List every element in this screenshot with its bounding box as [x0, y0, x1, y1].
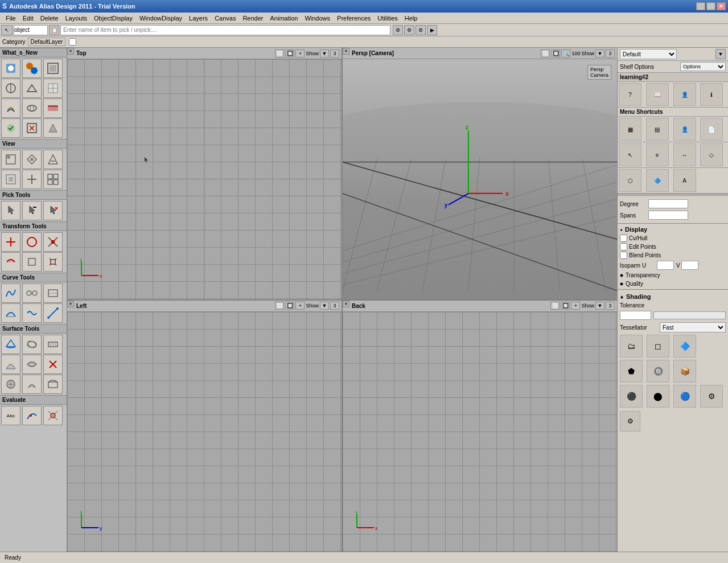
- tool-btn[interactable]: [22, 59, 42, 78]
- tool-btn[interactable]: [22, 150, 42, 169]
- shelf-icon-cursor[interactable]: ↖: [619, 143, 641, 166]
- tool-btn[interactable]: [43, 283, 63, 303]
- edit-points-checkbox[interactable]: [620, 243, 627, 250]
- menu-canvas[interactable]: Canvas: [211, 14, 239, 23]
- tool-btn[interactable]: [22, 335, 42, 354]
- tool-btn[interactable]: [43, 252, 63, 272]
- isoparm-u-input[interactable]: [657, 261, 674, 270]
- shading-icon-7[interactable]: ⚫: [620, 385, 643, 408]
- menu-animation[interactable]: Animation: [267, 14, 302, 23]
- zoom-in-button-persp[interactable]: 🔍: [561, 50, 570, 57]
- tool-btn[interactable]: [1, 98, 20, 118]
- section-header-whats-new[interactable]: What_s_New: [0, 48, 67, 57]
- degree-input[interactable]: [648, 199, 688, 208]
- shelf-icon-text[interactable]: A: [673, 169, 696, 192]
- zoom-fit-button[interactable]: ⬜: [275, 50, 284, 57]
- menu-file[interactable]: File: [2, 14, 19, 23]
- tool-btn[interactable]: [22, 98, 42, 118]
- tool-btn[interactable]: [1, 335, 20, 354]
- right-icon-1[interactable]: ▼: [715, 49, 726, 59]
- tool-btn[interactable]: [22, 303, 42, 323]
- tool-btn[interactable]: [1, 283, 20, 303]
- tool-btn[interactable]: [22, 406, 42, 425]
- zoom-in-button-left[interactable]: +: [295, 302, 305, 310]
- tool-btn[interactable]: [22, 170, 42, 189]
- menu-layouts[interactable]: Layouts: [62, 14, 91, 23]
- show-button-persp[interactable]: ▼: [595, 50, 604, 57]
- shading-icon-3[interactable]: 🔷: [673, 335, 696, 357]
- zoom-fit-button-left[interactable]: ⬜: [275, 302, 284, 310]
- zoom-in-button-back[interactable]: +: [571, 302, 580, 310]
- shelf-icon-cube[interactable]: ⬡: [619, 169, 641, 192]
- tool-btn[interactable]: [22, 232, 42, 252]
- section-header-surface-tools[interactable]: Surface Tools: [0, 324, 67, 334]
- tool-btn[interactable]: [1, 355, 20, 374]
- shelf-icon-transform[interactable]: ↔: [673, 143, 696, 166]
- zoom-fit-button-persp[interactable]: ⬜: [541, 50, 550, 57]
- zoom-fit-button-back[interactable]: ⬜: [550, 302, 560, 310]
- pick-input[interactable]: [60, 25, 390, 35]
- tool-btn[interactable]: [1, 170, 20, 189]
- tool-btn[interactable]: [43, 375, 63, 394]
- cv-hull-checkbox[interactable]: [620, 235, 627, 242]
- section-header-view[interactable]: View: [0, 139, 67, 149]
- menu-preferences[interactable]: Preferences: [334, 14, 374, 23]
- tool-btn[interactable]: [43, 170, 63, 189]
- toolbar-icon-2[interactable]: ⚙: [404, 25, 414, 35]
- tessellator-select[interactable]: Fast Fine Custom: [660, 322, 726, 332]
- viewport-close-back[interactable]: ✕: [343, 301, 349, 307]
- default-select[interactable]: Default: [620, 49, 677, 59]
- viewport-num-persp[interactable]: 3: [606, 50, 615, 57]
- section-header-pick-tools[interactable]: Pick Tools: [0, 190, 67, 200]
- shading-icon-5[interactable]: 🔘: [647, 360, 669, 383]
- layer-box[interactable]: DefaultLayer: [28, 38, 66, 46]
- viewport-top-body[interactable]: x z: [67, 59, 342, 299]
- viewport-left[interactable]: ✕ Left ⬜ 🔲 + Show ▼ 3 z: [67, 301, 342, 552]
- viewport-close-top[interactable]: ✕: [67, 48, 74, 55]
- viewport-persp[interactable]: ✕ Persp [Camera] ⬜ 🔲 🔍 100 Show ▼ 3: [343, 48, 617, 299]
- shading-icon-9[interactable]: 🔵: [673, 385, 696, 408]
- shelf-icon-person[interactable]: 👤: [673, 83, 696, 106]
- tool-btn[interactable]: [22, 283, 42, 303]
- shading-icon-8[interactable]: ⬤: [647, 385, 669, 408]
- quality-row[interactable]: ◆ Quality: [620, 280, 726, 288]
- maximize-button[interactable]: □: [706, 2, 715, 10]
- menu-help[interactable]: Help: [401, 14, 421, 23]
- shelf-icon-user2[interactable]: 👤: [673, 118, 696, 141]
- tolerance-slider[interactable]: [653, 311, 726, 319]
- minimize-button[interactable]: _: [696, 2, 705, 10]
- zoom-frame-button-left[interactable]: 🔲: [285, 302, 294, 310]
- menu-utilities[interactable]: Utilities: [374, 14, 401, 23]
- show-button-left[interactable]: ▼: [320, 302, 329, 310]
- menu-windowdisplay[interactable]: WindowDisplay: [136, 14, 186, 23]
- menu-edit[interactable]: Edit: [19, 14, 37, 23]
- tool-btn[interactable]: [1, 252, 20, 272]
- zoom-frame-button-back[interactable]: 🔲: [561, 302, 570, 310]
- shelf-icon-shape[interactable]: ◇: [700, 143, 723, 166]
- tool-btn[interactable]: [43, 406, 63, 425]
- tool-btn[interactable]: [22, 201, 42, 220]
- tool-btn[interactable]: [43, 303, 63, 323]
- show-button-back[interactable]: ▼: [595, 302, 604, 310]
- section-header-curve-tools[interactable]: Curve Tools: [0, 273, 67, 282]
- show-button-top[interactable]: ▼: [320, 50, 329, 57]
- shading-icon-6[interactable]: 📦: [673, 360, 696, 383]
- tool-btn[interactable]: [1, 59, 20, 78]
- tool-btn[interactable]: [43, 355, 63, 374]
- tool-btn[interactable]: [43, 201, 63, 220]
- tool-btn[interactable]: [1, 375, 20, 394]
- menu-layers[interactable]: Layers: [186, 14, 211, 23]
- toolbar-icon-3[interactable]: ⚙: [416, 25, 426, 35]
- viewport-num-back[interactable]: 3: [606, 302, 615, 310]
- close-button[interactable]: ✕: [717, 2, 726, 10]
- tool-btn[interactable]: [43, 79, 63, 98]
- tool-btn[interactable]: Abc: [1, 406, 20, 425]
- viewport-close-left[interactable]: ✕: [67, 301, 74, 307]
- shelf-icon-table[interactable]: ▤: [646, 118, 669, 141]
- tool-btn[interactable]: [43, 335, 63, 354]
- menu-render[interactable]: Render: [239, 14, 266, 23]
- shelf-icon-info[interactable]: ℹ: [700, 83, 723, 106]
- object-input[interactable]: [14, 25, 48, 35]
- shelf-icon-grid[interactable]: ▦: [619, 118, 641, 141]
- tool-btn[interactable]: [43, 150, 63, 169]
